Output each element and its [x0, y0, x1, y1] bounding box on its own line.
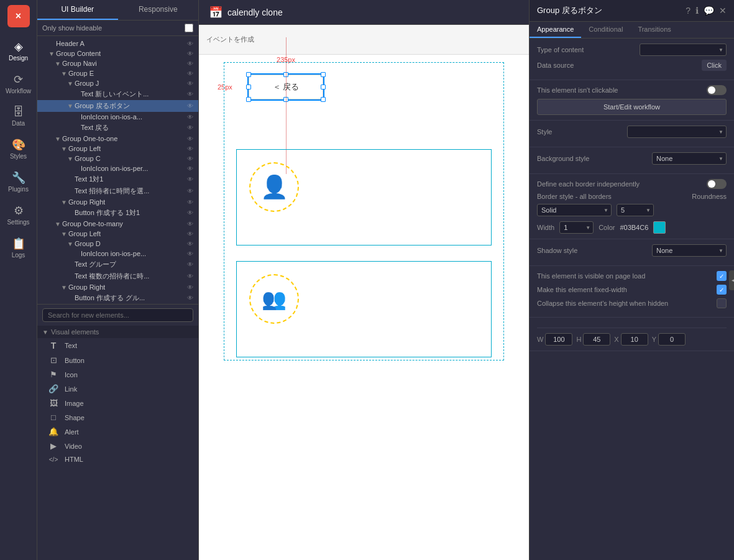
tree-item-ionic-icon[interactable]: IonIcIcon ion-ios-a... 👁	[37, 112, 198, 122]
help-icon[interactable]: ?	[686, 6, 690, 16]
tree-item-group-back-button[interactable]: ▼ Group 戻るボタン 👁	[37, 100, 198, 112]
tab-responsive[interactable]: Responsive	[118, 0, 199, 20]
eye-icon[interactable]: 👁	[187, 241, 193, 247]
background-style-select[interactable]: None	[652, 152, 727, 165]
eye-icon[interactable]: 👁	[187, 188, 193, 195]
tree-item-group-content[interactable]: ▼ Group Content 👁	[37, 48, 198, 58]
eye-icon[interactable]: 👁	[187, 155, 193, 162]
eye-icon[interactable]: 👁	[187, 209, 193, 216]
sidebar-item-plugins[interactable]: 🔧 Plugins	[2, 166, 35, 198]
tree-item-ionic-pe[interactable]: IonIcIcon ion-ios-pe... 👁	[37, 249, 198, 259]
tree-item-text-invite[interactable]: Text 招待者に時間を選... 👁	[37, 185, 198, 197]
tree-item-group-one-to-one[interactable]: ▼ Group One-to-one 👁	[37, 134, 198, 144]
tree-item-group-left-1[interactable]: ▼ Group Left 👁	[37, 144, 198, 154]
tree-item-text-group[interactable]: Text グループ 👁	[37, 259, 198, 270]
ve-text[interactable]: T Text	[37, 338, 198, 353]
ve-shape[interactable]: □ Shape	[37, 410, 198, 425]
tree-item-group-e[interactable]: ▼ Group E 👁	[37, 68, 198, 78]
sidebar-item-styles[interactable]: 🎨 Styles	[2, 133, 35, 165]
fixed-width-checkbox[interactable]: ✓	[717, 285, 727, 295]
only-show-hideable-checkbox[interactable]	[185, 24, 193, 32]
tab-appearance[interactable]: Appearance	[530, 22, 581, 38]
ve-video[interactable]: ▶ Video	[37, 439, 198, 453]
collapse-height-checkbox[interactable]	[717, 298, 727, 308]
tree-item-button-create-1v1[interactable]: Button 作成する 1対1 👁	[37, 207, 198, 219]
tree-item-group-navi[interactable]: ▼ Group Navi 👁	[37, 58, 198, 68]
search-new-elements-input[interactable]	[42, 308, 193, 322]
ve-html[interactable]: </> HTML	[37, 453, 198, 466]
eye-icon[interactable]: 👁	[187, 40, 193, 47]
border-style-select[interactable]: Solid	[537, 204, 612, 216]
define-border-toggle[interactable]	[707, 179, 727, 189]
eye-icon[interactable]: 👁	[187, 250, 193, 257]
close-icon[interactable]: ✕	[719, 6, 727, 16]
sidebar-item-data[interactable]: 🗄 Data	[2, 101, 35, 132]
eye-icon[interactable]: 👁	[187, 284, 193, 291]
type-of-content-select[interactable]	[640, 44, 727, 56]
sidebar-item-design[interactable]: ◈ Design	[2, 35, 35, 67]
coord-w-input[interactable]	[545, 333, 572, 346]
color-swatch[interactable]	[653, 221, 666, 234]
eye-icon[interactable]: 👁	[187, 273, 193, 280]
shadow-select[interactable]: None	[652, 244, 727, 257]
tree-item-group-j[interactable]: ▼ Group J 👁	[37, 78, 198, 88]
eye-icon[interactable]: 👁	[187, 135, 193, 142]
tree-item-text-back[interactable]: Text 戻る 👁	[37, 122, 198, 134]
eye-icon[interactable]: 👁	[187, 80, 193, 87]
tab-conditional[interactable]: Conditional	[581, 22, 630, 38]
style-select[interactable]	[627, 126, 727, 138]
chat-icon[interactable]: 💬	[704, 6, 714, 16]
ve-link[interactable]: 🔗 Link	[37, 382, 198, 396]
tree-item-group-right-2[interactable]: ▼ Group Right 👁	[37, 282, 198, 292]
coord-h-input[interactable]	[583, 333, 610, 346]
eye-icon[interactable]: 👁	[187, 199, 193, 206]
tab-transitions[interactable]: Transitions	[630, 22, 678, 38]
tree-item-group-one-to-many[interactable]: ▼ Group One-to-many 👁	[37, 219, 198, 229]
coord-y-input[interactable]	[658, 333, 686, 346]
tab-ui-builder[interactable]: UI Builder	[37, 0, 118, 20]
roundness-select[interactable]: 5	[617, 204, 654, 216]
clickable-toggle-switch[interactable]	[707, 85, 727, 95]
shadow-section: Shadow style None	[530, 239, 734, 266]
eye-icon[interactable]: 👁	[187, 261, 193, 268]
tree-item-button-create-group[interactable]: Button 作成する グル... 👁	[37, 292, 198, 304]
ve-icon[interactable]: ⚑ Icon	[37, 367, 198, 382]
tree-item-group-left-2[interactable]: ▼ Group Left 👁	[37, 229, 198, 239]
eye-icon[interactable]: 👁	[187, 221, 193, 227]
data-source-value[interactable]: Click	[702, 60, 727, 71]
ve-image[interactable]: 🖼 Image	[37, 396, 198, 410]
canvas[interactable]: イベントを作成 ＜ 戻る	[199, 25, 529, 560]
eye-icon[interactable]: 👁	[187, 145, 193, 152]
workflow-button[interactable]: Start/Edit workflow	[537, 99, 727, 115]
tree-item-text-1v1[interactable]: Text 1対1 👁	[37, 173, 198, 185]
tree-item-group-right-1[interactable]: ▼ Group Right 👁	[37, 197, 198, 207]
ve-alert[interactable]: 🔔 Alert	[37, 425, 198, 439]
eye-icon[interactable]: 👁	[187, 114, 193, 121]
eye-icon[interactable]: 👁	[187, 70, 193, 77]
tree-item-ionic-per[interactable]: IonIcIcon ion-ios-per... 👁	[37, 163, 198, 173]
ve-button[interactable]: ⊡ Button	[37, 353, 198, 367]
eye-icon[interactable]: 👁	[187, 91, 193, 98]
eye-icon[interactable]: 👁	[187, 124, 193, 131]
eye-icon[interactable]: 👁	[187, 231, 193, 237]
eye-icon[interactable]: 👁	[187, 50, 193, 57]
tree-item-header-a[interactable]: Header A 👁	[37, 39, 198, 48]
eye-icon[interactable]: 👁	[187, 103, 193, 109]
eye-icon[interactable]: 👁	[187, 295, 193, 301]
eye-icon[interactable]: 👁	[187, 60, 193, 67]
tree-item-text-multiple[interactable]: Text 複数の招待者に時... 👁	[37, 270, 198, 282]
tree-item-group-d[interactable]: ▼ Group D 👁	[37, 239, 198, 249]
sidebar-item-settings[interactable]: ⚙ Settings	[2, 199, 35, 231]
width-select[interactable]: 1	[559, 221, 594, 234]
tree-item-group-c[interactable]: ▼ Group C 👁	[37, 154, 198, 163]
eye-icon[interactable]: 👁	[187, 176, 193, 183]
coord-x-input[interactable]	[621, 333, 648, 346]
sidebar-item-workflow[interactable]: ⟳ Workflow	[2, 68, 35, 99]
panel-collapse-handle[interactable]: ◀	[729, 270, 734, 290]
eye-icon[interactable]: 👁	[187, 165, 193, 172]
visible-on-load-checkbox[interactable]: ✓	[717, 271, 727, 281]
sidebar-item-logs[interactable]: 📋 Logs	[2, 232, 35, 264]
visual-elements-header[interactable]: ▼ Visual elements	[37, 326, 198, 338]
tree-item-text-new-event[interactable]: Text 新しいイベント... 👁	[37, 88, 198, 100]
info-icon[interactable]: ℹ	[695, 6, 699, 16]
